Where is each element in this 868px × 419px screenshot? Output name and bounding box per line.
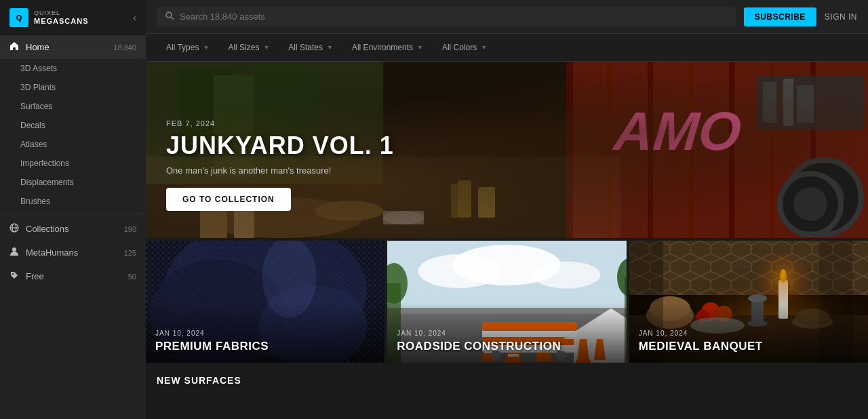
- sidebar-item-surfaces[interactable]: Surfaces: [0, 97, 146, 116]
- search-input[interactable]: [180, 12, 728, 22]
- sidebar-home-count: 18,840: [113, 43, 136, 52]
- logo-megascans-label: MEGASCANS: [34, 17, 89, 25]
- globe-icon: [9, 223, 19, 235]
- logo-inner: Q Quixel MEGASCANS: [9, 8, 89, 27]
- card-medieval-banquet[interactable]: JAN 10, 2024 MEDIEVAL BANQUET: [629, 241, 868, 363]
- filter-environments-label: All Environments: [352, 43, 413, 52]
- sidebar-free-label: Free: [26, 271, 44, 281]
- logo-text: Quixel MEGASCANS: [34, 10, 89, 25]
- sidebar-item-free[interactable]: Free 50: [0, 264, 146, 288]
- card-fabric-title: PREMIUM FABRICS: [155, 340, 269, 353]
- filter-colors-label: All Colors: [442, 43, 477, 52]
- card-fabric-date: JAN 10, 2024: [155, 330, 269, 337]
- sidebar-item-imperfections[interactable]: Imperfections: [0, 154, 146, 173]
- filter-types-label: All Types: [166, 43, 199, 52]
- logo-icon: Q: [9, 8, 28, 27]
- sidebar-free-count: 50: [128, 273, 136, 281]
- subscribe-button[interactable]: SUBSCRIBE: [744, 7, 816, 26]
- sidebar-item-3d-assets[interactable]: 3D Assets: [0, 59, 146, 78]
- home-icon: [9, 41, 19, 53]
- tag-icon: [9, 271, 19, 282]
- new-surfaces-section: NEW SURFACES: [146, 365, 868, 391]
- topbar: SUBSCRIBE SIGN IN: [146, 0, 868, 34]
- hero-date: FEB 7, 2024: [166, 119, 394, 127]
- new-surfaces-title: NEW SURFACES: [157, 375, 241, 386]
- sidebar-item-displacements[interactable]: Displacements: [0, 173, 146, 192]
- hero-subtitle: One man's junk is another man's treasure…: [166, 165, 394, 176]
- card-premium-fabrics[interactable]: JAN 10, 2024 PREMIUM FABRICS: [146, 241, 384, 363]
- sidebar-item-collections[interactable]: Collections 190: [0, 217, 146, 241]
- sidebar-item-decals[interactable]: Decals: [0, 116, 146, 135]
- svg-point-5: [12, 247, 16, 252]
- filter-states-button[interactable]: All States ▼: [279, 39, 342, 56]
- sidebar-metahumans-label: MetaHumans: [26, 247, 78, 258]
- svg-line-8: [172, 18, 174, 20]
- sidebar-item-metahumans[interactable]: MetaHumans 125: [0, 241, 146, 264]
- card-construction-title: ROADSIDE CONSTRUCTION: [397, 340, 561, 353]
- person-icon: [9, 247, 19, 258]
- filter-sizes-button[interactable]: All Sizes ▼: [218, 39, 279, 56]
- sidebar-collections-count: 190: [124, 225, 136, 233]
- sidebar-collapse-button[interactable]: ‹: [133, 12, 136, 23]
- logo-quixel-label: Quixel: [34, 10, 89, 17]
- filter-types-button[interactable]: All Types ▼: [157, 39, 218, 56]
- filters-bar: All Types ▼ All Sizes ▼ All States ▼ All…: [146, 34, 868, 62]
- svg-point-7: [166, 12, 172, 18]
- card-construction-content: JAN 10, 2024 ROADSIDE CONSTRUCTION: [397, 330, 561, 353]
- hero-title: JUNKYARD VOL. 1: [166, 132, 394, 160]
- hero-goto-collection-button[interactable]: GO TO COLLECTION: [166, 188, 291, 211]
- sidebar-divider-1: [0, 214, 146, 214]
- sidebar-metahumans-count: 125: [124, 249, 136, 257]
- chevron-down-icon: ▼: [327, 44, 333, 51]
- logo-area: Q Quixel MEGASCANS ‹: [0, 0, 146, 35]
- svg-text:Q: Q: [16, 14, 22, 22]
- chevron-down-icon: ▼: [481, 44, 487, 51]
- card-roadside-construction[interactable]: JAN 10, 2024 ROADSIDE CONSTRUCTION: [387, 241, 626, 363]
- sidebar-item-brushes[interactable]: Brushes: [0, 192, 146, 211]
- filter-colors-button[interactable]: All Colors ▼: [433, 39, 496, 56]
- search-icon: [165, 11, 174, 22]
- chevron-down-icon: ▼: [203, 44, 209, 51]
- card-construction-date: JAN 10, 2024: [397, 330, 561, 337]
- sidebar-home-label: Home: [26, 42, 50, 52]
- svg-point-6: [12, 273, 14, 275]
- card-fabric-content: JAN 10, 2024 PREMIUM FABRICS: [155, 330, 269, 353]
- filter-states-label: All States: [288, 43, 323, 52]
- card-banquet-date: JAN 10, 2024: [639, 330, 763, 337]
- card-banquet-title: MEDIEVAL BANQUET: [639, 340, 763, 353]
- chevron-down-icon: ▼: [417, 44, 423, 51]
- card-banquet-content: JAN 10, 2024 MEDIEVAL BANQUET: [639, 330, 763, 353]
- sidebar: Q Quixel MEGASCANS ‹ Home 18,840 3D Asse…: [0, 0, 146, 419]
- sidebar-item-atlases[interactable]: Atlases: [0, 135, 146, 154]
- sidebar-item-3d-plants[interactable]: 3D Plants: [0, 78, 146, 97]
- filter-environments-button[interactable]: All Environments ▼: [342, 39, 433, 56]
- main-content: SUBSCRIBE SIGN IN All Types ▼ All Sizes …: [146, 0, 868, 419]
- search-bar[interactable]: [157, 7, 736, 26]
- collection-cards-row: JAN 10, 2024 PREMIUM FABRICS: [146, 238, 868, 365]
- sidebar-item-home[interactable]: Home 18,840: [0, 35, 146, 59]
- sidebar-collections-label: Collections: [26, 224, 69, 234]
- filter-sizes-label: All Sizes: [228, 43, 259, 52]
- signin-button[interactable]: SIGN IN: [825, 12, 857, 22]
- chevron-down-icon: ▼: [263, 44, 269, 51]
- hero-content: FEB 7, 2024 JUNKYARD VOL. 1 One man's ju…: [166, 119, 394, 211]
- hero-banner[interactable]: AMO FEB 7, 2024 JUNKYARD VOL. 1 One man'…: [146, 62, 868, 238]
